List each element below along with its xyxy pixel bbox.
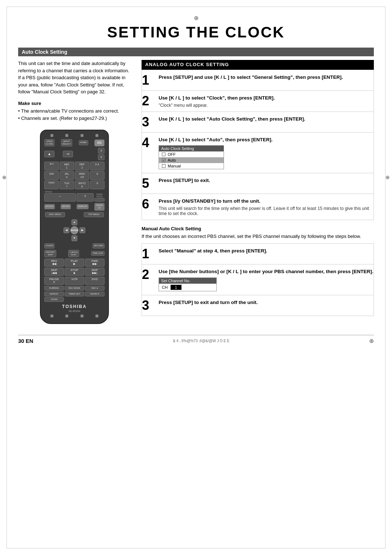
manual-step-1-number: 1	[142, 247, 155, 260]
channel-ui-row: CH 1	[159, 284, 216, 291]
step-5-content: Press [SETUP] to exit.	[159, 177, 373, 184]
step-6-block: 6 Press [I/y ON/STANDBY] to turn off the…	[142, 194, 373, 220]
list-item: The antenna/cable TV connections are cor…	[18, 108, 131, 115]
step-4-text: Use [K / L ] to select "Auto", then pres…	[159, 136, 373, 143]
repeat-btn: REPEAT	[44, 292, 64, 296]
eject-btn: ▲	[44, 151, 54, 157]
setup-btn: SETUP	[61, 204, 71, 209]
home-btn: HOME	[79, 140, 88, 145]
dpad-left: ◀	[64, 227, 69, 233]
step-2-text: Use [K / L ] to select "Clock", then pre…	[159, 94, 373, 102]
open-close-btn: OPENCLOSE	[44, 139, 54, 146]
dpad-area: ▲ ▼ ◀ ▶ ENTER	[44, 219, 105, 241]
btn-4-jkl: JKL4	[60, 171, 74, 180]
step-1-content: Press [SETUP] and use [K / L ] to select…	[159, 74, 373, 81]
play-speed-btn: 1.3x0.6xPLAY	[68, 250, 79, 257]
dtv-tv-btn: DTV/TV	[44, 204, 55, 209]
btn-1-abc: ABC1	[60, 162, 74, 170]
right-column: ANALOG AUTO CLOCK SETTING 1 Press [SETUP…	[142, 60, 374, 324]
btn-wifi: @⊙	[44, 162, 59, 170]
return-btn: RETURN	[93, 243, 105, 248]
step-1-text: Press [SETUP] and use [K / L ] to select…	[159, 74, 373, 81]
step-3-number: 3	[142, 116, 155, 129]
step-1-block: 1 Press [SETUP] and use [K / L ] to sele…	[142, 70, 373, 91]
btn-0: 0	[77, 193, 94, 202]
checkbox-auto	[162, 158, 166, 162]
channel-value: 1	[171, 285, 181, 290]
btn-6: 6	[90, 171, 105, 180]
input-select-btn: INPUTSELECT	[61, 139, 72, 146]
remote-illustration: OPENCLOSE INPUTSELECT HOME I/O ▲ ⇒ ∧ ∨	[18, 130, 131, 324]
channel-ui-header: Set Channel No.	[159, 278, 216, 284]
make-sure-title: Make sure	[18, 101, 131, 106]
step-6-sub: This unit will search for the time only …	[159, 206, 373, 216]
left-column: This unit can set the time and date auto…	[18, 60, 131, 324]
manual-step-2-content: Use [the Number buttons] or [K / L ] to …	[159, 268, 373, 291]
mini-ui-header: Auto Clock Setting	[159, 146, 224, 151]
instant-skip-btn: INSTANTSKIP	[44, 250, 56, 257]
clear-btn: CLEAR	[44, 243, 54, 248]
timer-set-btn: TIMER SET	[65, 292, 84, 296]
transport-row1: REV◀◀ PLAY▶ FWD▶▶	[44, 259, 105, 267]
right-registration-mark: ⊕	[385, 174, 390, 180]
checkbox-off	[162, 153, 166, 156]
function-row: DTV/TV SETUP DISPLAY AUDIOCD	[44, 203, 105, 210]
option-manual-label: Manual	[168, 164, 181, 168]
step-2-sub: "Clock" menu will appear.	[159, 103, 373, 108]
step-6-number: 6	[142, 198, 155, 211]
remote-top-dots	[44, 134, 105, 137]
btn-pqrs: PQRS	[44, 181, 59, 189]
checkbox-manual	[162, 164, 166, 168]
bottom-code: & 4 , 6%@%73 ,6@&/@W J O E E	[173, 339, 230, 343]
manual-step-2-number: 2	[142, 268, 155, 281]
make-sure-list: The antenna/cable TV connections are cor…	[18, 108, 131, 123]
skip-prev-btn: SKIP|◀◀	[44, 268, 64, 276]
display-btn: DISPLAY	[77, 204, 89, 209]
step-3-block: 3 Use [K / L ] to select "Auto Clock Set…	[142, 112, 373, 133]
step-2-content: Use [K / L ] to select "Clock", then pre…	[159, 94, 373, 108]
step-2-block: 2 Use [K / L ] to select "Clock", then p…	[142, 91, 373, 112]
dpad-up: ▲	[72, 219, 77, 225]
enter-btn: ENTER	[70, 226, 78, 234]
option-auto: Auto	[159, 157, 224, 163]
dpad-right: ▶	[79, 227, 85, 233]
ch-label: CH	[162, 285, 168, 289]
fwd-btn: FWD▶▶	[85, 259, 105, 267]
page-title: SETTING THE CLOCK	[18, 24, 374, 41]
manual-steps: 1 Select "Manual" at step 4, then press …	[142, 243, 374, 316]
btn-7-tuv: TUV7	[60, 181, 74, 189]
top-menu-btn: TOP MENU	[84, 212, 104, 217]
remote-second-row: ▲ ⇒ ∧ ∨	[44, 148, 105, 160]
ch-down-btn: ∨	[98, 154, 105, 160]
manual-step-3-number: 3	[142, 299, 155, 312]
btn-ghi: GHI	[44, 171, 59, 180]
manual-step-1-text: Select "Manual" at step 4, then press [E…	[159, 247, 373, 255]
step-3-content: Use [K / L ] to select "Auto Clock Setti…	[159, 116, 373, 123]
btn-2-def: DEF2	[75, 162, 89, 170]
ch-up-btn: ∧	[98, 148, 105, 154]
rec-mode-btn: REC MODE	[65, 286, 84, 291]
menu-row: DISC MENU TOP MENU	[44, 212, 105, 217]
time-slip-btn: TIME SLIP	[91, 251, 105, 256]
dpad-down: ▼	[72, 235, 77, 241]
skip-next-btn: SKIP▶▶|	[85, 268, 105, 276]
remote-control: OPENCLOSE INPUTSELECT HOME I/O ▲ ⇒ ∧ ∨	[40, 130, 109, 324]
main-steps: 1 Press [SETUP] and use [K / L ] to sele…	[142, 70, 374, 220]
list-item: Channels are set. (Refer to pages27-29.)	[18, 115, 131, 122]
manual-section: Manual Auto Clock Setting If the unit ch…	[142, 226, 374, 316]
disc-menu-btn: DISC MENU	[45, 212, 65, 217]
manual-title: Manual Auto Clock Setting	[142, 226, 374, 231]
space-row: SPACE — 0 TIMERPROG	[44, 191, 105, 202]
page-number: 30 EN	[18, 338, 33, 344]
option-off: OFF	[159, 151, 224, 157]
manual-intro: If the unit chooses an incorrect PBS cha…	[142, 233, 374, 240]
step-5-block: 5 Press [SETUP] to exit.	[142, 173, 373, 194]
rec-btn: REC ●	[85, 286, 105, 291]
stop-btn: STOP■	[65, 268, 84, 276]
zoom-btn: ZOOM	[44, 297, 64, 302]
remote-model: SE-R0294	[44, 310, 105, 312]
power-btn: I/O	[94, 139, 105, 146]
intro-text: This unit can set the time and date auto…	[18, 60, 131, 96]
search-btn: SEARCH	[85, 292, 105, 296]
manual-step-3-content: Press [SETUP] to exit and turn off the u…	[159, 299, 373, 306]
